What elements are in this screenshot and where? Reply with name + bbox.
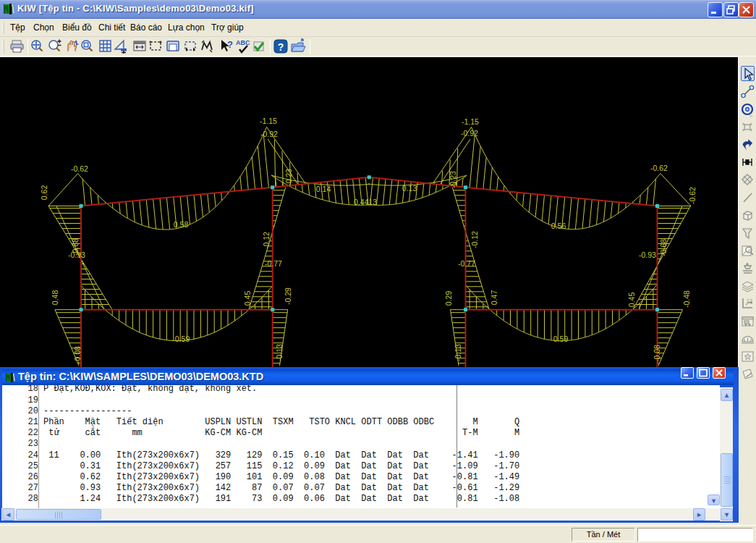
- svg-text:-0.12: -0.12: [470, 231, 479, 248]
- svg-text:?: ?: [227, 39, 233, 50]
- svg-text:0.59: 0.59: [553, 334, 569, 343]
- svg-text:-0.77: -0.77: [265, 259, 282, 268]
- svg-text:-1.15: -1.15: [462, 117, 479, 126]
- svg-text:0.29: 0.29: [444, 291, 453, 306]
- svg-text:0.14: 0.14: [316, 185, 331, 193]
- svg-text:0.45: 0.45: [243, 291, 252, 306]
- svg-text:-0.23: -0.23: [284, 169, 293, 186]
- svg-text:0.4413: 0.4413: [354, 198, 377, 206]
- svg-text:-0.23: -0.23: [449, 171, 457, 188]
- svg-text:0.13: 0.13: [402, 184, 417, 193]
- svg-text:0.56: 0.56: [551, 222, 566, 230]
- svg-text:-0.68: -0.68: [659, 239, 668, 256]
- svg-text:-0.08: -0.08: [73, 346, 82, 363]
- svg-text:12: 12: [747, 298, 752, 303]
- svg-text:?: ?: [278, 41, 284, 53]
- svg-text:-0.62: -0.62: [650, 164, 668, 172]
- svg-text:-0.62: -0.62: [688, 187, 697, 204]
- svg-text:ABC: ABC: [236, 39, 250, 46]
- svg-text:0.58: 0.58: [174, 220, 189, 229]
- svg-text:-0.29: -0.29: [284, 287, 292, 305]
- svg-text:-0.13: -0.13: [275, 344, 284, 361]
- svg-text:-0.62: -0.62: [71, 164, 88, 173]
- svg-text:0.59: 0.59: [175, 334, 190, 343]
- svg-text:0.62: 0.62: [40, 185, 48, 201]
- svg-text:-0.93: -0.93: [639, 251, 656, 259]
- svg-text:0.47: 0.47: [490, 290, 498, 306]
- svg-text:-0.08: -0.08: [653, 345, 661, 362]
- svg-text:-0.13: -0.13: [454, 344, 462, 361]
- svg-text:0.45: 0.45: [627, 292, 636, 308]
- svg-text:-0.92: -0.92: [260, 130, 278, 138]
- svg-text:-0.93: -0.93: [68, 251, 85, 259]
- svg-text:0.48: 0.48: [51, 290, 59, 306]
- svg-text:-0.48: -0.48: [682, 290, 691, 308]
- svg-text:-0.92: -0.92: [461, 129, 478, 138]
- svg-text:-0.12: -0.12: [262, 232, 271, 249]
- svg-text:-1.15: -1.15: [260, 117, 277, 125]
- svg-text:-0.77: -0.77: [458, 259, 475, 268]
